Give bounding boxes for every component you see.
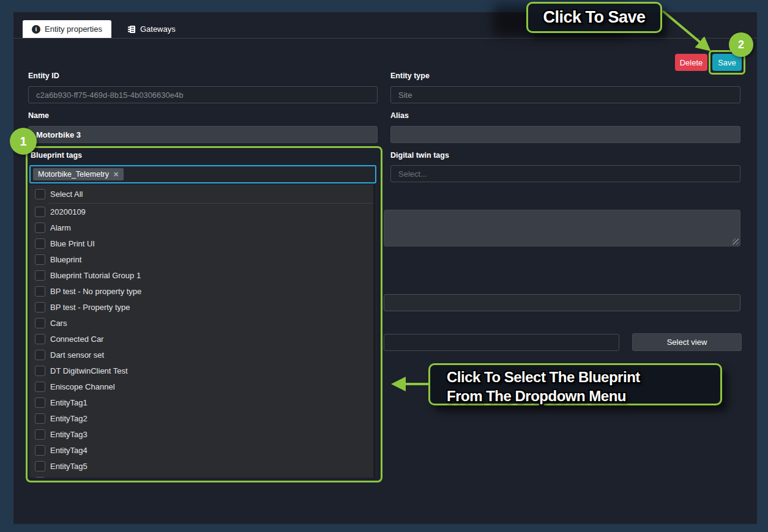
dropdown-item[interactable]: Cars [29, 315, 376, 331]
dropdown-item[interactable]: EntityTag3 [29, 426, 376, 442]
name-field[interactable] [28, 126, 378, 143]
blueprint-tags-input[interactable]: Motorbike_Telemetry ✕ [29, 165, 376, 183]
step-badge-2: 2 [729, 32, 753, 57]
dropdown-item-label: EntityTag3 [50, 430, 88, 439]
dropdown-item-label: Blue Print UI [50, 239, 95, 248]
dropdown-item-label: EntityTag1 [50, 398, 88, 407]
dropdown-item-label: 20200109 [50, 207, 86, 216]
tab-entity-properties-label: Entity properties [45, 24, 102, 34]
checkbox-icon [35, 477, 45, 478]
blueprint-tags-dropdown: Select All 20200109AlarmBlue Print UIBlu… [29, 185, 376, 478]
dropdown-item[interactable]: EntityTag1 [29, 394, 376, 410]
checkbox-icon[interactable] [35, 286, 45, 297]
digital-twin-tags-label: Digital twin tags [390, 151, 449, 160]
entity-id-label: Entity ID [28, 72, 59, 80]
checkbox-icon[interactable] [35, 270, 45, 281]
dropdown-item-label: Connected Car [50, 334, 103, 344]
dropdown-item-label: DT DigitwinClient Test [50, 366, 128, 375]
dropdown-item[interactable]: DT DigitwinClient Test [29, 363, 376, 379]
dropdown-item[interactable]: BP test - Property type [29, 299, 376, 315]
checkbox-icon[interactable] [35, 223, 45, 233]
chip-icon [128, 25, 136, 34]
dropdown-item-label: EntityTag4 [50, 446, 88, 455]
dropdown-item[interactable]: Blueprint [29, 251, 376, 267]
dropdown-item[interactable]: Alarm [29, 220, 376, 235]
entity-type-label: Entity type [390, 72, 430, 80]
blueprint-tags-label: Blueprint tags [31, 151, 82, 160]
dropdown-item[interactable]: Blue Print UI [29, 235, 376, 251]
checkbox-icon[interactable] [35, 189, 45, 199]
checkbox-icon[interactable] [35, 302, 45, 312]
dropdown-item-label: Alarm [50, 223, 71, 232]
tab-entity-properties[interactable]: i Entity properties [23, 20, 111, 38]
dropdown-select-all[interactable]: Select All [29, 185, 376, 203]
checkbox-icon[interactable] [35, 445, 45, 456]
select-all-label: Select All [50, 190, 83, 199]
checkbox-icon[interactable] [35, 334, 45, 344]
checkbox-icon[interactable] [35, 397, 45, 408]
dropdown-item-label: EntityTag2 [50, 414, 88, 423]
entity-type-field[interactable] [390, 86, 740, 103]
dropdown-item-label: Dart sensor set [50, 350, 104, 360]
dropdown-item-label: Blueprint Tutorial Group 1 [50, 271, 141, 280]
checkbox-icon[interactable] [35, 461, 45, 471]
dropdown-item[interactable]: Blueprint Tutorial Group 1 [29, 267, 376, 283]
checkbox-icon[interactable] [35, 318, 45, 328]
dropdown-item-label: Cars [50, 319, 67, 328]
checkbox-icon[interactable] [35, 350, 45, 360]
resize-grip-icon[interactable] [733, 238, 739, 245]
step-badge-1: 1 [10, 128, 37, 155]
blueprint-callout-line1: Click To Select The Blueprint [447, 368, 720, 386]
checkbox-icon[interactable] [35, 413, 45, 424]
tabbar-divider [13, 38, 757, 39]
tab-gateways[interactable]: Gateways [119, 20, 185, 38]
tag-chip-label: Motorbike_Telemetry [38, 170, 109, 179]
save-callout: Click To Save [526, 2, 662, 33]
dropdown-item[interactable]: 20200109 [29, 204, 376, 220]
dropdown-item[interactable]: EntityTag4 [29, 442, 376, 458]
digital-twin-tags-field[interactable] [390, 165, 740, 182]
dropdown-item[interactable]: EntityTag2 [29, 410, 376, 426]
dropdown-item-label: Eniscope Channel [50, 382, 115, 391]
alias-label: Alias [390, 111, 409, 120]
blueprint-callout-line2: From The Dropdown Menu [447, 386, 720, 405]
dropdown-items: 20200109AlarmBlue Print UIBlueprintBluep… [29, 204, 376, 474]
checkbox-icon[interactable] [35, 429, 45, 440]
tab-bar: i Entity properties Gateways [23, 20, 185, 38]
checkbox-icon[interactable] [35, 382, 45, 392]
delete-button[interactable]: Delete [675, 54, 707, 71]
description-textarea[interactable] [384, 210, 740, 246]
select-view-button[interactable]: Select view [632, 333, 742, 351]
checkbox-icon[interactable] [35, 238, 45, 249]
checkbox-icon[interactable] [35, 207, 45, 217]
dropdown-item[interactable]: Connected Car [29, 331, 376, 347]
dropdown-item[interactable]: EntityTag5 [29, 458, 376, 474]
dropdown-item-label: BP test - No property type [50, 287, 141, 296]
dropdown-item-label: Blueprint [50, 255, 81, 264]
checkbox-icon[interactable] [35, 254, 45, 265]
entity-properties-panel: i Entity properties Gateways Delete Save… [13, 12, 757, 524]
dropdown-item[interactable]: Dart sensor set [29, 347, 376, 363]
entity-id-field[interactable] [28, 86, 378, 103]
view-field[interactable] [384, 334, 619, 351]
dropdown-scrollbar[interactable] [373, 185, 376, 478]
alias-field[interactable] [390, 126, 740, 143]
remove-tag-icon[interactable]: ✕ [113, 171, 119, 179]
tag-chip: Motorbike_Telemetry ✕ [33, 168, 124, 180]
tab-gateways-label: Gateways [140, 24, 176, 34]
checkbox-icon[interactable] [35, 366, 45, 376]
dropdown-item-partial[interactable] [29, 474, 376, 478]
dropdown-item-label: EntityTag5 [50, 462, 88, 471]
save-callout-text: Click To Save [543, 8, 645, 27]
blueprint-callout: Click To Select The Blueprint From The D… [428, 363, 722, 405]
name-label: Name [28, 111, 49, 120]
text-field[interactable] [384, 294, 740, 311]
info-icon: i [32, 25, 40, 34]
dropdown-item[interactable]: BP test - No property type [29, 283, 376, 299]
dropdown-item[interactable]: Eniscope Channel [29, 379, 376, 394]
dropdown-item-label: BP test - Property type [50, 303, 130, 312]
